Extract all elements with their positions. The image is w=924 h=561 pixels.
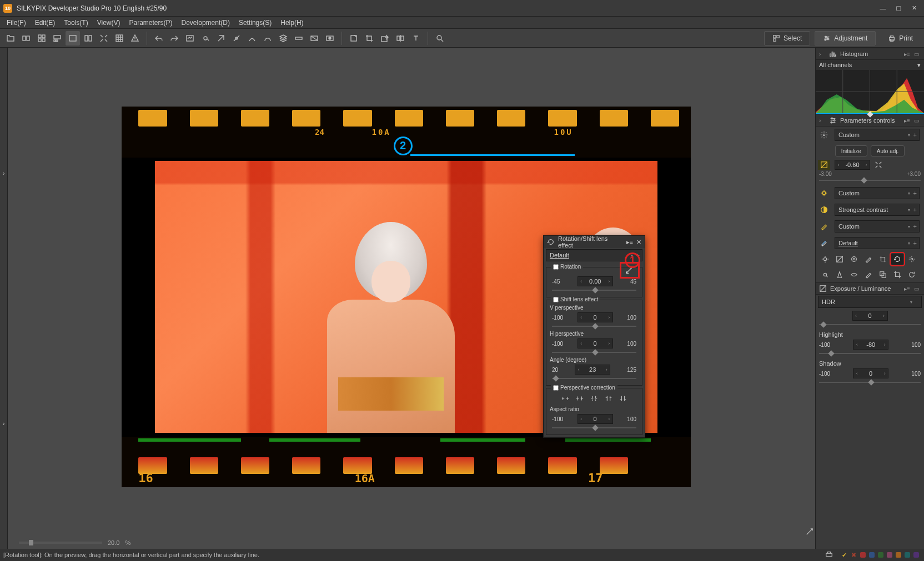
status-dot-teal[interactable] (905, 552, 910, 558)
menu-development[interactable]: Development(D) (177, 18, 234, 28)
menu-edit[interactable]: Edit(E) (31, 18, 60, 28)
adj-settings-icon[interactable] (906, 254, 918, 265)
tb-grid9[interactable] (112, 31, 127, 46)
pcorr-h1[interactable] (559, 394, 571, 403)
panel-menu-icon[interactable]: ▸≡ (904, 286, 911, 292)
rotation-panel[interactable]: Rotation/Shift lens effect ▸≡ ✕ Default+… (543, 235, 645, 438)
status-dot-purple[interactable] (913, 552, 919, 558)
tb-layers[interactable] (276, 31, 290, 46)
adj-lens-icon[interactable] (848, 254, 860, 265)
angle-slider[interactable] (552, 376, 636, 381)
tb-expo[interactable] (183, 31, 197, 46)
tb-warning[interactable] (128, 31, 142, 46)
menu-file[interactable]: File(F) (2, 18, 31, 28)
pcorr-h2[interactable] (574, 394, 586, 403)
tb-grid[interactable] (34, 31, 49, 46)
hdr-input[interactable]: ‹0› (852, 311, 888, 321)
close-button[interactable]: ✕ (907, 3, 921, 14)
status-icon[interactable] (825, 550, 833, 559)
preset-dropdown[interactable]: Custom+ (835, 129, 920, 141)
menu-tools[interactable]: Tools(T) (59, 18, 92, 28)
adj-fish-icon[interactable] (848, 269, 860, 280)
panel-menu-icon[interactable]: ▸≡ (904, 118, 911, 124)
navigator-toggle[interactable] (806, 528, 813, 535)
tb-thumb[interactable] (19, 31, 33, 46)
tb-gray[interactable] (229, 31, 244, 46)
hpersp-slider[interactable] (552, 350, 636, 355)
hdr-slider[interactable] (819, 322, 921, 327)
tb-text[interactable] (409, 31, 423, 46)
tb-skin[interactable] (245, 31, 259, 46)
tb-crop[interactable] (362, 31, 376, 46)
panel-expand[interactable]: › (819, 51, 826, 57)
shadow-slider[interactable] (819, 380, 921, 385)
tb-zoom[interactable] (433, 31, 447, 46)
menu-settings[interactable]: Settings(S) (234, 18, 276, 28)
vpersp-slider[interactable] (552, 324, 636, 328)
panel-menu-icon[interactable]: ▸≡ (626, 239, 633, 246)
highlight-input[interactable]: ‹-80› (853, 340, 888, 350)
wb-dropdown[interactable]: Custom+ (835, 187, 920, 199)
initialize-button[interactable]: Initialize (835, 145, 867, 156)
zoom-slider[interactable] (19, 542, 102, 544)
tb-preview[interactable] (66, 31, 80, 46)
shadow-input[interactable]: ‹0› (853, 368, 888, 378)
tb-spot[interactable] (198, 31, 213, 46)
rotation-enable-checkbox[interactable] (553, 264, 559, 270)
adj-sun-icon[interactable] (819, 254, 831, 265)
mode-adjustment[interactable]: Adjustment (815, 31, 876, 46)
vpersp-input[interactable]: ‹0› (578, 312, 613, 322)
adj-sharp-icon[interactable] (833, 269, 846, 280)
pcorr-v2[interactable] (602, 394, 615, 403)
minimize-button[interactable]: — (876, 3, 890, 14)
color-dropdown[interactable]: Custom+ (835, 220, 920, 233)
ev-slider[interactable] (819, 178, 921, 183)
adj-crop2-icon[interactable] (891, 269, 903, 280)
tb-undo[interactable] (152, 31, 166, 46)
menu-help[interactable]: Help(H) (276, 18, 308, 28)
aspect-input[interactable]: ‹0› (578, 414, 613, 424)
panel-menu-icon[interactable]: ▸≡ (904, 51, 911, 57)
pcorr-v1[interactable] (588, 394, 600, 403)
tb-export[interactable] (378, 31, 392, 46)
tb-curve[interactable] (260, 31, 275, 46)
tb-fit[interactable] (97, 31, 111, 46)
status-x[interactable]: ✖ (851, 552, 856, 559)
adj-expo-icon[interactable] (833, 254, 846, 265)
tb-compare[interactable] (393, 31, 408, 46)
tb-mask[interactable] (323, 31, 337, 46)
panel-detach-icon[interactable]: ▭ (914, 51, 921, 57)
adj-brush-icon[interactable] (862, 269, 875, 280)
nr-dropdown[interactable]: Default+ (835, 237, 920, 249)
tb-rotate-tool[interactable] (346, 31, 361, 46)
status-check[interactable]: ✔ (842, 552, 847, 559)
tb-gradient[interactable] (307, 31, 322, 46)
angle-input[interactable]: ‹23› (575, 365, 610, 375)
adj-crop-icon[interactable] (877, 254, 889, 265)
status-dot-blue[interactable] (869, 552, 875, 558)
histogram-channel-select[interactable]: All channels▾ (816, 60, 924, 70)
hdr-dropdown[interactable]: HDR (818, 296, 922, 308)
rotation-slider[interactable] (552, 288, 636, 292)
tb-brush[interactable] (292, 31, 306, 46)
maximize-button[interactable]: ▢ (892, 3, 905, 14)
left-expand-top[interactable]: › (0, 48, 7, 299)
panel-close-icon[interactable]: ✕ (636, 239, 641, 246)
left-expand-bottom[interactable]: › (0, 299, 7, 549)
menu-parameters[interactable]: Parameters(P) (125, 18, 177, 28)
autoadj-button[interactable]: Auto adj. (871, 145, 905, 156)
adj-rotate-icon[interactable] (891, 254, 903, 265)
pcorr-v3[interactable] (617, 394, 629, 403)
menu-view[interactable]: View(V) (93, 18, 125, 28)
tb-redo[interactable] (167, 31, 182, 46)
panel-detach-icon[interactable]: ▭ (914, 286, 921, 292)
status-dot-orange[interactable] (896, 552, 901, 558)
panel-detach-icon[interactable]: ▭ (914, 118, 921, 124)
tb-wb[interactable] (214, 31, 228, 46)
mode-print[interactable]: Print (880, 31, 921, 46)
tb-combi[interactable] (50, 31, 64, 46)
adj-pen-icon[interactable] (862, 254, 875, 265)
status-dot-pink[interactable] (887, 552, 892, 558)
contrast-dropdown[interactable]: Strongest contrast+ (835, 204, 920, 216)
rotation-value-input[interactable]: ‹0.00› (578, 276, 613, 286)
